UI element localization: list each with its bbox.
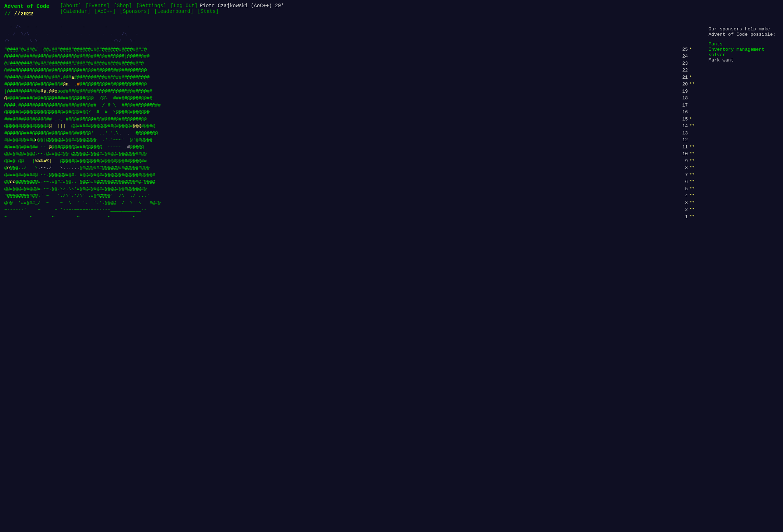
nav-events[interactable]: [Events] [83, 3, 112, 9]
nav-about[interactable]: [About] [58, 3, 83, 9]
day-stars: ** [689, 200, 700, 207]
nav-shop[interactable]: [Shop] [112, 3, 134, 9]
day-code: @@@@#@#@@@@@@@@@@@@#@#@#@@@#@@/ # # \@@@… [4, 109, 676, 116]
nav-row1: [About] [Events] [Shop] [Settings] [Log … [58, 3, 284, 9]
sidebar: Our sponsors help make Advent of Code po… [704, 24, 783, 220]
day-number: 10 [676, 151, 689, 158]
nav-sponsors[interactable]: [Sponsors] [118, 9, 152, 14]
day-stars: * [689, 46, 700, 53]
day-number: 22 [676, 67, 689, 74]
page-wrapper: Advent of Code // //2022 [About] [Events… [0, 0, 783, 223]
day-code: |@@@@#@@@@#@#@e.@@ooo##@#@#@@@#@#@@@@@@@… [4, 88, 676, 95]
day-number: 14 [676, 123, 689, 130]
day-code: ~ ~ ~ ~ ~ ~ [4, 213, 676, 221]
day-code: @@#@.@@ _|%%%=%|_ @@@@#@#@@@@@@#@#@@@#@@… [4, 158, 676, 165]
day-number: 1 [676, 213, 689, 221]
day-code: @@@@.#@@@@#@@@@@@@@@@##@#@#@#@@## / @ \ … [4, 102, 676, 109]
day-number: 6 [676, 178, 689, 186]
day-code: @@@@@#@@@@#@@@@#@ ||| @@#####@@@@@@##@#@… [4, 123, 676, 130]
table-row: @#@@@@@@@@#@#@@#@@@@@@@@##@@@#@#@@@@##@@… [4, 60, 700, 67]
day-code: #@@@@@#@@@@@#@@@@#@@#@a. .#@#@@@@@@@@#@#… [4, 81, 676, 88]
day-number: 13 [676, 130, 689, 137]
day-number: 8 [676, 164, 689, 172]
nav-calendar[interactable]: [Calendar] [58, 9, 92, 14]
day-number: 20 [676, 81, 689, 88]
table-row: @@#@#@@#@@@.~~.@##@@#@@|@@@@@@#@@@##@#@@… [4, 151, 700, 158]
table-row: ###@@##@@@#@@@@##_.~._#@@@#@@@@@#@@#@@##… [4, 116, 700, 123]
sidebar-sponsor-desc: Inventory management solver [709, 47, 779, 58]
day-stars: ** [689, 172, 700, 179]
day-number: 19 [676, 88, 689, 95]
table-row: @#@@#@####@#@#@@@@#####@@@@@#@@@ /@\ ###… [4, 95, 700, 102]
day-number: 15 [676, 116, 689, 123]
day-code: @o@@@../ \.~~./ \......@#@@@###@@@@@@##@… [4, 164, 676, 172]
table-row: ~ ~ ~ ~ ~ ~ 1 ** [4, 213, 700, 221]
day-stars: ** [689, 81, 700, 88]
table-row: @#@#@@@@@@@@@@@@#@#@@@@@@@@##@@@#@#@@@@#… [4, 67, 700, 74]
day-code: @#@#@@@@@@@@@@@@#@#@@@@@@@@##@@@#@#@@@@#… [4, 67, 676, 74]
calendar-rows: #@@@@#@#@#@# |@@#@@#@@@@#@@@@@@##@#@@@@@… [4, 46, 700, 221]
day-stars: ** [689, 178, 700, 186]
day-stars: ** [689, 206, 700, 213]
site-title: Advent of Code // //2022 [4, 3, 49, 18]
day-code: ###@@##@@@#@@@@##_.~._#@@@#@@@@@#@@#@@##… [4, 116, 676, 123]
nav-aocpp[interactable]: [AoC++] [92, 9, 118, 14]
day-code: #@##@@#@#@##.~~.@@@#@@@@@@###@@@@@@ ~~~~… [4, 144, 676, 151]
user-info: Piotr Czajkowski (AoC++) 29* [200, 3, 284, 9]
day-stars: ** [689, 213, 700, 221]
day-code: @#@@@@@@@@#@#@@#@@@@@@@@##@@@#@#@@@@##@@… [4, 60, 676, 67]
day-number: 7 [676, 172, 689, 179]
table-row: @@#@@@#@#@@@#.~~.@@.\/.\\'#@#@#@#@##@@@@… [4, 186, 700, 193]
day-number: 21 [676, 74, 689, 81]
day-number: 9 [676, 158, 689, 165]
nav-row2: [Calendar] [AoC++] [Sponsors] [Leaderboa… [58, 9, 284, 14]
day-code: #@@@@@#@@@@@@@#@#@@@.@@@a#@@@@@@@@@@##@@… [4, 74, 676, 81]
day-stars: * [689, 74, 700, 81]
table-row: @o@ '##@##_/ ~ ~ \ ' '. '.'.@@@@ / \ \ #… [4, 200, 700, 207]
day-stars: ** [689, 186, 700, 193]
sidebar-sponsor-more: Mark want [709, 58, 779, 63]
day-code: #@@@@@@@@#@@.' ~ './\'.'/\' .#@#@@@@' /\… [4, 192, 676, 200]
day-code: @#@@#@####@#@#@@@@#####@@@@@#@@@ /@\ ###… [4, 95, 676, 102]
site-name: Advent of Code [4, 4, 49, 10]
day-code: @@#@#@@#@@@.~~.@##@@#@@|@@@@@@#@@@##@#@@… [4, 151, 676, 158]
ascii-header: - /\ - - - - - - - / \/\ - - - - - - - /… [4, 24, 700, 45]
nav-settings[interactable]: [Settings] [134, 3, 168, 9]
day-number: 2 [676, 206, 689, 213]
table-row: @###@##@###@.~~.@@@@@@#@#. #@@#@#@##@@@@… [4, 172, 700, 179]
day-number: 4 [676, 192, 689, 200]
day-number: 23 [676, 60, 689, 67]
site-year: // [4, 11, 14, 17]
day-number: 17 [676, 102, 689, 109]
day-code: @###@##@###@.~~.@@@@@@#@#. #@@#@#@##@@@@… [4, 172, 676, 179]
calendar-area: - /\ - - - - - - - / \/\ - - - - - - - /… [0, 24, 704, 220]
day-number: 25 [676, 46, 689, 53]
day-code: @@#@@@#@#@@@#.~~.@@.\/.\\'#@#@#@#@##@@@@… [4, 186, 676, 193]
day-stars: ** [689, 158, 700, 165]
day-code: @@oo@@@@@@@@#.~~.#@###@@.. @@@a##@@@@@@@… [4, 178, 676, 186]
day-code: #@@@@#@#@#@# |@@#@@#@@@@#@@@@@@##@#@@@@@… [4, 46, 676, 53]
table-row: @@@@@#@@@@#@@@@#@ ||| @@#####@@@@@@##@#@… [4, 123, 700, 130]
nav-leaderboard[interactable]: [Leaderboard] [152, 9, 195, 14]
table-row: #@@@@@#@@@@@#@@@@#@@#@a. .#@#@@@@@@@@#@#… [4, 81, 700, 88]
table-row: @@@@#@#@####@@@@#@#@@@@@@@#@@#@#@#@@##@@… [4, 53, 700, 60]
day-number: 24 [676, 53, 689, 60]
day-code: #@@@@@@###@@@@@@#@@@@@#@@##@@@@' ..'.'.\… [4, 130, 676, 137]
table-row: @@oo@@@@@@@@#.~~.#@###@@.. @@@a##@@@@@@@… [4, 178, 700, 186]
day-code: @o@ '##@##_/ ~ ~ \ ' '. '.'.@@@@ / \ \ #… [4, 200, 676, 207]
table-row: #@@@@#@#@#@# |@@#@@#@@@@#@@@@@@##@#@@@@@… [4, 46, 700, 53]
table-row: @@@@.#@@@@#@@@@@@@@@@##@#@#@#@@## / @ \ … [4, 102, 700, 109]
day-number: 12 [676, 137, 689, 144]
sidebar-sponsor-name: Pants [709, 41, 779, 47]
day-number: 11 [676, 144, 689, 151]
day-number: 3 [676, 200, 689, 207]
day-stars: ** [689, 164, 700, 172]
table-row: #@@@@@@@@#@@.' ~ './\'.'/\' .#@#@@@@' /\… [4, 192, 700, 200]
table-row: #@##@@#@#@##.~~.@@@#@@@@@@###@@@@@@ ~~~~… [4, 144, 700, 151]
day-code: ~------' ~ ~ '--~-~~~~~-~------_________… [4, 206, 676, 213]
header: Advent of Code // //2022 [About] [Events… [0, 0, 783, 21]
nav-stats[interactable]: [Stats] [195, 9, 221, 14]
table-row: @@@@#@#@@@@@@@@@@@@#@#@#@@@#@@/ # # \@@@… [4, 109, 700, 116]
day-code: #@#@@#@@##@o@@|@@@@@@#@@##@@@@@@@ .'.'~~… [4, 137, 676, 144]
nav-logout[interactable]: [Log Out] [169, 3, 200, 9]
